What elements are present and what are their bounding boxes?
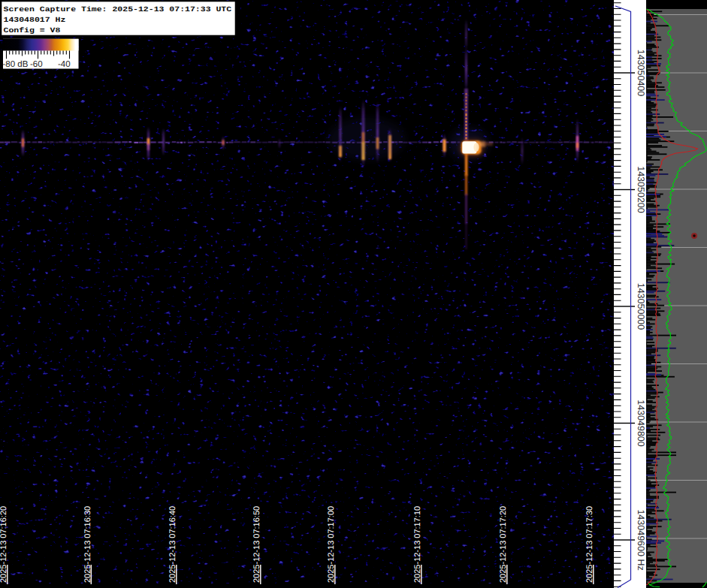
svg-text:-80 dB: -80 dB xyxy=(3,60,29,69)
svg-text:Screen Capture Time: 2025-12-1: Screen Capture Time: 2025-12-13 07:17:33… xyxy=(4,5,232,14)
svg-text:-60: -60 xyxy=(30,60,43,69)
svg-text:143049600 Hz: 143049600 Hz xyxy=(636,509,646,570)
svg-text:143050400: 143050400 xyxy=(636,50,646,97)
svg-text:Config = V8: Config = V8 xyxy=(4,26,61,35)
svg-text:143050000: 143050000 xyxy=(636,283,646,330)
svg-text:143050200: 143050200 xyxy=(636,166,646,213)
svg-text:-40: -40 xyxy=(58,60,71,69)
svg-text:143049800: 143049800 xyxy=(636,400,646,447)
svg-text:143048017 Hz: 143048017 Hz xyxy=(4,16,66,24)
